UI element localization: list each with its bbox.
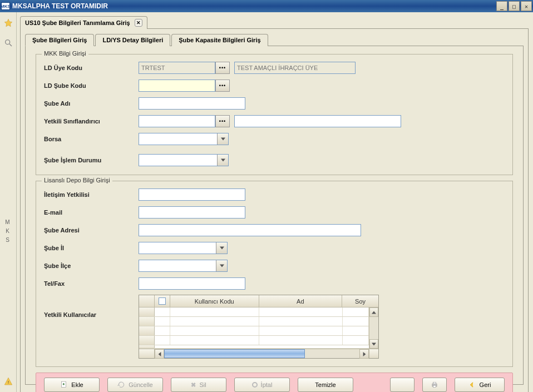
window-title: MKSALPHA TEST ORTAMIDIR bbox=[12, 2, 496, 10]
sil-button[interactable]: ✖ Sil bbox=[171, 378, 226, 392]
tab-body: MKK Bilgi Girişi LD Üye Kodu ••• LD Şube… bbox=[25, 46, 524, 385]
arrow-left-icon bbox=[468, 381, 476, 388]
close-button[interactable]: ✕ bbox=[521, 1, 532, 11]
sube-adi-input[interactable] bbox=[139, 97, 245, 110]
telfax-input[interactable] bbox=[139, 277, 245, 290]
sidebar-label: MKS bbox=[5, 218, 11, 245]
yetkili-siniflandirici-label: Yetkili Sınıflandırıcı bbox=[44, 118, 139, 125]
document-add-icon bbox=[60, 381, 68, 389]
scroll-left-icon[interactable] bbox=[155, 349, 164, 359]
grid-col-kullanici-kodu[interactable]: Kullanıcı Kodu bbox=[170, 295, 259, 307]
telfax-label: Tel/Fax bbox=[44, 280, 139, 287]
svg-point-0 bbox=[5, 40, 9, 44]
refresh-icon bbox=[117, 381, 125, 389]
geri-button[interactable]: Geri bbox=[455, 378, 505, 392]
sube-adresi-label: Şube Adresi bbox=[44, 227, 139, 234]
table-row[interactable] bbox=[139, 345, 369, 349]
sube-adresi-input[interactable] bbox=[139, 224, 361, 236]
grid-col-soy[interactable]: Soy bbox=[342, 295, 378, 307]
blank-button[interactable] bbox=[390, 378, 414, 392]
document-tab-label: US10 Şube Bilgileri Tanımlama Giriş bbox=[25, 19, 130, 26]
guncelle-button[interactable]: Güncelle bbox=[107, 378, 163, 392]
document-tab-close-icon[interactable]: ✕ bbox=[135, 19, 142, 27]
main-panel: Şube Bilgileri Giriş LD/YS Detay Bilgile… bbox=[20, 28, 529, 392]
lisansli-depo-group: Lisanslı Depo Bilgi Girişi İletişim Yetk… bbox=[36, 181, 513, 367]
printer-icon bbox=[430, 381, 439, 389]
scroll-down-icon[interactable] bbox=[369, 339, 378, 349]
sube-ilce-select[interactable] bbox=[139, 260, 228, 272]
ilce-dropdown-icon[interactable] bbox=[216, 260, 227, 271]
ld-sube-kodu-label: LD Şube Kodu bbox=[44, 82, 139, 89]
iletisim-yetkilisi-label: İletişim Yetkilisi bbox=[44, 191, 139, 198]
yetkili-kullanicilar-label: Yetkili Kullanıcılar bbox=[44, 295, 139, 318]
grid-corner bbox=[139, 295, 155, 307]
ld-sube-kodu-picker[interactable]: ••• bbox=[215, 80, 230, 92]
warning-icon[interactable]: ! bbox=[3, 376, 13, 386]
scroll-right-icon[interactable] bbox=[359, 349, 369, 359]
users-grid: Kullanıcı Kodu Ad Soy bbox=[139, 295, 379, 359]
sube-adi-label: Şube Adı bbox=[44, 100, 139, 107]
il-dropdown-icon[interactable] bbox=[216, 242, 227, 254]
iptal-button[interactable]: İptal bbox=[234, 378, 290, 392]
tab-sube-bilgileri[interactable]: Şube Bilgileri Giriş bbox=[25, 34, 94, 46]
grid-col-ad[interactable]: Ad bbox=[259, 295, 343, 307]
group2-legend: Lisanslı Depo Bilgi Girişi bbox=[42, 177, 112, 183]
yetkili-siniflandirici-desc[interactable] bbox=[234, 115, 401, 127]
print-button[interactable] bbox=[422, 378, 447, 392]
sidebar: MKS ! bbox=[0, 12, 17, 392]
yetkili-siniflandirici-input[interactable] bbox=[139, 115, 215, 127]
svg-rect-5 bbox=[433, 382, 436, 384]
sube-ilce-label: Şube İlçe bbox=[44, 262, 139, 269]
durum-dropdown-icon[interactable] bbox=[217, 155, 228, 166]
group1-legend: MKK Bilgi Girişi bbox=[42, 50, 88, 57]
mkk-bilgi-girisi-group: MKK Bilgi Girişi LD Üye Kodu ••• LD Şube… bbox=[36, 54, 513, 175]
table-row[interactable] bbox=[139, 317, 369, 326]
table-row[interactable] bbox=[139, 336, 369, 345]
search-icon[interactable] bbox=[3, 38, 13, 48]
ld-uye-kodu-picker[interactable]: ••• bbox=[215, 62, 230, 74]
titlebar: MKS MKSALPHA TEST ORTAMIDIR _ □ ✕ bbox=[0, 0, 533, 12]
tab-sube-kapasite[interactable]: Şube Kapasite Bilgileri Giriş bbox=[171, 34, 268, 46]
email-label: E-mail bbox=[44, 209, 139, 216]
cancel-icon bbox=[252, 382, 258, 388]
favorite-icon[interactable] bbox=[3, 18, 13, 28]
svg-line-1 bbox=[9, 44, 12, 46]
sube-il-label: Şube İl bbox=[44, 245, 139, 251]
iletisim-yetkilisi-input[interactable] bbox=[139, 188, 245, 201]
table-row[interactable] bbox=[139, 326, 369, 336]
sube-il-select[interactable] bbox=[139, 242, 228, 254]
ld-uye-kodu-input bbox=[139, 62, 215, 74]
ld-sube-kodu-input[interactable] bbox=[139, 80, 215, 92]
grid-hscroll[interactable] bbox=[139, 349, 378, 358]
ld-uye-kodu-label: LD Üye Kodu bbox=[44, 64, 139, 71]
borsa-dropdown-icon[interactable] bbox=[217, 133, 228, 145]
sube-islem-durumu-label: Şube İşlem Durumu bbox=[44, 157, 139, 163]
ld-uye-kodu-desc bbox=[234, 62, 356, 74]
delete-icon: ✖ bbox=[191, 381, 196, 389]
action-toolbar: Ekle Güncelle ✖ Sil İptal bbox=[36, 373, 513, 392]
table-row[interactable] bbox=[139, 307, 369, 317]
minimize-button[interactable]: _ bbox=[496, 1, 507, 11]
borsa-select[interactable] bbox=[139, 133, 229, 145]
sube-islem-durumu-select[interactable] bbox=[139, 154, 229, 166]
scroll-up-icon[interactable] bbox=[369, 307, 378, 317]
temizle-button[interactable]: Temizle bbox=[298, 378, 353, 392]
svg-rect-6 bbox=[433, 385, 436, 388]
hscroll-thumb[interactable] bbox=[164, 349, 305, 358]
ekle-button[interactable]: Ekle bbox=[44, 378, 100, 392]
borsa-label: Borsa bbox=[44, 136, 139, 142]
maximize-button[interactable]: □ bbox=[509, 1, 520, 11]
email-input[interactable] bbox=[139, 206, 245, 219]
svg-text:!: ! bbox=[7, 380, 8, 385]
yetkili-siniflandirici-picker[interactable]: ••• bbox=[215, 115, 230, 127]
app-icon: MKS bbox=[1, 2, 10, 10]
grid-vscroll[interactable] bbox=[369, 307, 378, 349]
document-tab[interactable]: US10 Şube Bilgileri Tanımlama Giriş ✕ bbox=[20, 16, 147, 29]
grid-checkbox-header[interactable] bbox=[155, 295, 170, 307]
tab-ldys-detay[interactable]: LD/YS Detay Bilgileri bbox=[95, 34, 170, 46]
